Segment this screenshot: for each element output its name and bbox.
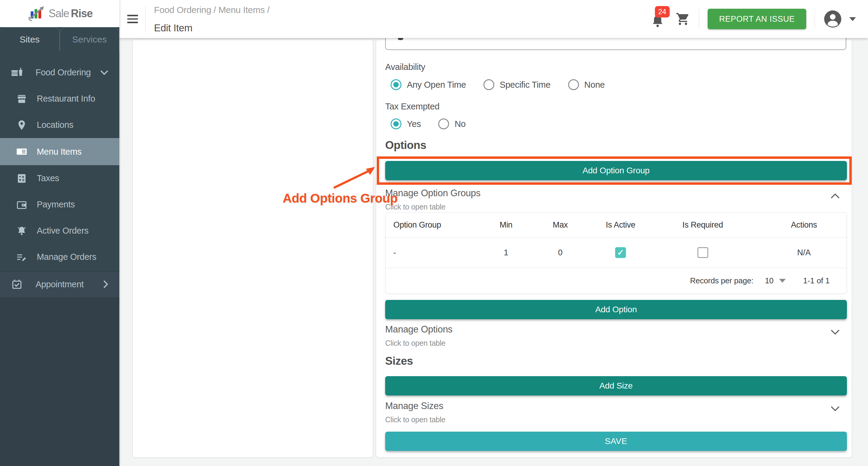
manage-options-panel[interactable]: Manage Options Click to open table bbox=[385, 324, 847, 347]
options-heading: Options bbox=[385, 139, 426, 152]
tax-exempted-radio-group: Yes No bbox=[391, 117, 466, 130]
wallet-icon bbox=[15, 199, 28, 210]
records-per-page-select[interactable]: 10 bbox=[765, 276, 786, 285]
sidebar-item-label: Food Ordering bbox=[36, 67, 91, 77]
cell-min: 1 bbox=[488, 248, 524, 257]
edit-item-form: Availability Any Open Time Specific Time… bbox=[376, 39, 852, 458]
radio-specific-time[interactable]: Specific Time bbox=[484, 79, 551, 90]
radio-none[interactable]: None bbox=[568, 79, 605, 90]
orders-bell-icon bbox=[15, 225, 28, 236]
hamburger-menu-icon[interactable] bbox=[127, 15, 138, 23]
radio-selected-icon bbox=[391, 79, 401, 90]
radio-yes[interactable]: Yes bbox=[391, 119, 421, 129]
radio-any-open-time[interactable]: Any Open Time bbox=[391, 79, 466, 90]
checkbox-unchecked[interactable] bbox=[698, 247, 708, 258]
column-header: Max bbox=[524, 220, 596, 230]
sidebar-item-label: Menu Items bbox=[37, 147, 82, 157]
sidebar-item-payments[interactable]: Payments bbox=[0, 191, 119, 218]
sidebar-item-label: Locations bbox=[37, 120, 73, 130]
food-ordering-icon bbox=[10, 67, 24, 79]
radio-unselected-icon bbox=[484, 79, 494, 90]
radio-selected-icon bbox=[391, 119, 401, 129]
pagination-range: 1-1 of 1 bbox=[803, 276, 830, 285]
manage-option-groups-panel[interactable]: Manage Option Groups Click to open table bbox=[385, 188, 847, 211]
radio-no[interactable]: No bbox=[438, 119, 465, 129]
report-issue-button[interactable]: REPORT AN ISSUE bbox=[708, 9, 806, 29]
annotation-arrow bbox=[331, 164, 379, 192]
sidebar-footer bbox=[0, 297, 119, 466]
sidebar-item-label: Taxes bbox=[37, 173, 59, 183]
records-per-page-label: Records per page: bbox=[690, 276, 753, 285]
sidebar-item-manage-orders[interactable]: Manage Orders bbox=[0, 244, 119, 270]
header-divider bbox=[815, 9, 815, 29]
brand-logo-icon bbox=[27, 4, 47, 24]
sidebar-item-food-ordering[interactable]: Food Ordering bbox=[0, 59, 119, 86]
sidebar-item-appointment[interactable]: Appointment bbox=[0, 272, 119, 297]
sidebar-item-label: Manage Orders bbox=[37, 252, 96, 262]
manage-sizes-panel[interactable]: Manage Sizes Click to open table bbox=[385, 401, 847, 424]
brand-name: Sale bbox=[49, 7, 69, 20]
map-pin-icon bbox=[15, 120, 28, 130]
notifications-button[interactable]: 24 bbox=[649, 8, 666, 30]
sidebar-item-label: Appointment bbox=[36, 279, 84, 289]
chevron-down-icon bbox=[830, 405, 840, 413]
sidebar-item-active-orders[interactable]: Active Orders bbox=[0, 218, 119, 244]
left-panel bbox=[133, 39, 373, 458]
menu-card-icon bbox=[15, 146, 28, 157]
cart-button[interactable] bbox=[675, 12, 690, 26]
save-button[interactable]: SAVE bbox=[385, 432, 847, 451]
cell-actions: N/A bbox=[761, 248, 847, 257]
top-bar: Food Ordering / Menu Items / Edit Item 2… bbox=[119, 0, 868, 38]
header-divider bbox=[145, 6, 146, 32]
avatar[interactable] bbox=[824, 10, 842, 28]
header-actions: 24 REPORT AN ISSUE bbox=[649, 8, 868, 30]
breadcrumb[interactable]: Food Ordering / Menu Items / bbox=[154, 5, 270, 15]
sizes-heading: Sizes bbox=[385, 355, 413, 367]
sidebar-tabs: Sites Services bbox=[0, 27, 119, 51]
table-pagination: Records per page: 10 1-1 of 1 bbox=[385, 268, 846, 293]
tax-exempted-label: Tax Exempted bbox=[385, 101, 439, 112]
column-header: Is Required bbox=[645, 220, 761, 230]
page-title: Edit Item bbox=[154, 22, 270, 34]
sidebar-item-restaurant-info[interactable]: Restaurant Info bbox=[0, 86, 119, 112]
storefront-icon bbox=[15, 93, 28, 104]
tab-services[interactable]: Services bbox=[60, 27, 120, 51]
annotation-label: Add Options Group bbox=[283, 191, 398, 206]
add-size-button[interactable]: Add Size bbox=[385, 376, 847, 396]
checkbox-checked[interactable]: ✓ bbox=[615, 247, 626, 258]
add-option-group-button[interactable]: Add Option Group bbox=[385, 161, 847, 180]
chevron-right-icon bbox=[103, 280, 108, 288]
cell-option-group: - bbox=[385, 248, 488, 257]
dropdown-caret-icon bbox=[779, 279, 786, 283]
sidebar-item-label: Payments bbox=[37, 199, 75, 210]
chevron-down-icon bbox=[100, 70, 108, 75]
cell-max: 0 bbox=[524, 248, 596, 257]
sidebar-item-locations[interactable]: Locations bbox=[0, 112, 119, 138]
add-option-button[interactable]: Add Option bbox=[385, 300, 847, 319]
table-header-row: Option Group Min Max Is Active Is Requir… bbox=[385, 213, 846, 238]
option-groups-table: Option Group Min Max Is Active Is Requir… bbox=[385, 213, 847, 294]
radio-unselected-icon bbox=[438, 119, 449, 129]
availability-radio-group: Any Open Time Specific Time None bbox=[391, 78, 605, 91]
sidebar-menu: Food Ordering Restaurant Info Locations bbox=[0, 51, 119, 297]
column-header: Option Group bbox=[385, 220, 488, 230]
brand-logo[interactable]: SaleRise bbox=[0, 0, 119, 27]
cell-is-required bbox=[645, 247, 761, 258]
sidebar-item-label: Restaurant Info bbox=[37, 94, 95, 104]
calculator-icon bbox=[15, 173, 28, 184]
sidebar-item-menu-items[interactable]: Menu Items bbox=[0, 138, 119, 165]
account-icon bbox=[824, 10, 842, 28]
account-chevron-down-icon[interactable] bbox=[849, 17, 856, 21]
header-titles: Food Ordering / Menu Items / Edit Item bbox=[154, 4, 270, 34]
sidebar-item-taxes[interactable]: Taxes bbox=[0, 165, 119, 191]
notification-badge: 24 bbox=[655, 6, 670, 18]
radio-unselected-icon bbox=[568, 79, 579, 90]
column-header: Is Active bbox=[596, 220, 645, 230]
list-edit-icon bbox=[15, 252, 28, 262]
cell-is-active: ✓ bbox=[596, 247, 645, 258]
chevron-down-icon bbox=[830, 329, 840, 337]
column-header: Actions bbox=[761, 220, 847, 230]
tab-sites[interactable]: Sites bbox=[0, 27, 60, 51]
availability-label: Availability bbox=[385, 62, 425, 72]
header-divider bbox=[699, 9, 699, 29]
